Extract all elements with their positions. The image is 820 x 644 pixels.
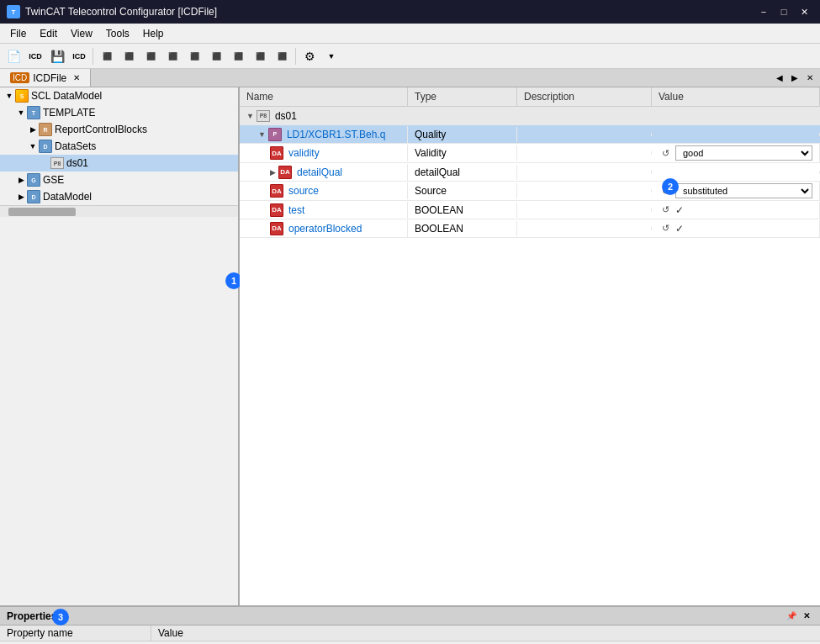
toolbar-new[interactable]: 📄 [3, 46, 24, 66]
expand-ld1[interactable]: ▼ [258, 130, 266, 139]
cell-ld1-name[interactable]: ▼ P LD1/XCBR1.ST.Beh.q [240, 126, 408, 143]
source-icon: DA [270, 184, 283, 198]
report-icon: R [39, 123, 52, 136]
test-icon: DA [270, 203, 283, 217]
toolbar-btn11[interactable]: ⬛ [228, 46, 248, 66]
tree-scroll-thumb[interactable] [8, 208, 76, 216]
grid-row-validity[interactable]: DA validity Validity ↺ good invalid rese… [240, 144, 820, 163]
grid-row-source[interactable]: DA source Source ↺ substituted process [240, 182, 820, 201]
toolbar-btn5[interactable]: ⬛ [97, 46, 117, 66]
tab-nav-right[interactable]: ▶ [788, 71, 801, 85]
tree-expand-datamodel[interactable]: ▶ [15, 191, 27, 203]
tab-nav-close[interactable]: ✕ [803, 71, 817, 85]
menu-edit[interactable]: Edit [33, 26, 64, 41]
cell-validity-name[interactable]: DA validity [240, 145, 408, 161]
minimize-button[interactable]: − [754, 4, 773, 19]
menu-help[interactable]: Help [136, 26, 171, 41]
toolbar-btn13[interactable]: ⬛ [272, 46, 292, 66]
cell-ds01-name[interactable]: ▼ P8 ds01 [240, 108, 408, 124]
opblocked-reset-icon[interactable]: ↺ [659, 222, 672, 235]
tab-icd-label: ICDFile [33, 72, 66, 84]
maximize-button[interactable]: □ [775, 4, 793, 19]
tree-node-scl[interactable]: ▼ S SCL DataModel [0, 87, 238, 104]
toolbar-btn6[interactable]: ⬛ [119, 46, 139, 66]
toolbar-btn9[interactable]: ⬛ [184, 46, 204, 66]
grid-row-operatorblocked[interactable]: DA operatorBlocked BOOLEAN ↺ ✓ [240, 219, 820, 238]
tree-expand-report[interactable]: ▶ [27, 124, 39, 135]
tree-expand-datasets[interactable]: ▼ [27, 140, 39, 152]
tree-expand-scl[interactable]: ▼ [3, 90, 15, 102]
cell-opblocked-desc [517, 227, 652, 230]
cell-ds01-desc [517, 114, 652, 118]
cell-opblocked-name[interactable]: DA operatorBlocked [240, 220, 408, 237]
circle-2: 2 [662, 178, 679, 195]
grid-row-test[interactable]: DA test BOOLEAN ↺ ✓ [240, 201, 820, 219]
circle-1: 1 [225, 272, 240, 289]
tab-bar: ICD ICDFile ✕ ◀ ▶ ✕ [0, 69, 820, 87]
grid-row-ds01[interactable]: ▼ P8 ds01 [240, 107, 820, 125]
cell-opblocked-value[interactable]: ↺ ✓ [652, 220, 820, 237]
toolbar-btn8[interactable]: ⬛ [162, 46, 183, 66]
tree-label-datasets: DataSets [55, 140, 96, 152]
tree-expand-gse[interactable]: ▶ [15, 174, 27, 186]
cell-detailqual-type: detailQual [408, 165, 517, 180]
toolbar-sep-1 [93, 48, 93, 65]
tree-expand-template[interactable]: ▼ [15, 107, 27, 119]
toolbar-icd[interactable]: ICD [25, 46, 45, 66]
close-button[interactable]: ✕ [795, 4, 813, 19]
grid-row-ld1[interactable]: ▼ P LD1/XCBR1.ST.Beh.q Quality [240, 125, 820, 144]
tree-node-ds01[interactable]: P8 ds01 [0, 155, 238, 172]
toolbar-btn12[interactable]: ⬛ [250, 46, 270, 66]
toolbar-sep-2 [295, 48, 296, 65]
cell-detailqual-name[interactable]: ▶ DA detailQual [240, 164, 408, 181]
tab-icdfile[interactable]: ICD ICDFile ✕ [0, 69, 91, 87]
circle-3: 3 [52, 609, 69, 626]
properties-header: Properties 📌 ✕ [0, 607, 820, 626]
scl-icon: S [15, 89, 29, 103]
cell-test-value[interactable]: ↺ ✓ [652, 202, 820, 219]
tree-node-template[interactable]: ▼ T TEMPLATE [0, 104, 238, 121]
tab-close-icon[interactable]: ✕ [73, 73, 80, 82]
toolbar-dropdown[interactable]: ▼ [321, 46, 341, 66]
tree-expand-ds01[interactable] [39, 157, 50, 169]
toolbar-btn7[interactable]: ⬛ [140, 46, 161, 66]
cell-detailqual-value [652, 171, 820, 174]
tree-node-datamodel[interactable]: ▶ D DataModel [0, 188, 238, 205]
grid-row-detailqual[interactable]: ▶ DA detailQual detailQual [240, 163, 820, 182]
cell-source-name[interactable]: DA source [240, 182, 408, 199]
tree-scrollbar[interactable] [0, 205, 238, 217]
cell-source-label: source [288, 185, 319, 197]
validity-reset-icon[interactable]: ↺ [659, 146, 672, 160]
toolbar-save[interactable]: 💾 [47, 46, 67, 66]
tree-label-report: ReportControlBlocks [55, 124, 147, 135]
properties-title: Properties [7, 610, 56, 622]
tab-nav-left[interactable]: ◀ [773, 71, 786, 85]
props-header-buttons: 📌 ✕ [785, 610, 813, 623]
menu-tools[interactable]: Tools [99, 26, 136, 41]
tree-node-datasets[interactable]: ▼ D DataSets [0, 138, 238, 155]
props-pin-icon[interactable]: 📌 [785, 610, 798, 623]
app-title: TwinCAT Telecontrol Configurator [ICDFil… [25, 6, 217, 18]
expand-ds01[interactable]: ▼ [246, 112, 254, 120]
validity-dropdown[interactable]: good invalid reserved questionable [675, 145, 812, 161]
toolbar-save2[interactable]: ICD [69, 46, 89, 66]
toolbar-settings[interactable]: ⚙ [299, 46, 320, 66]
source-dropdown[interactable]: substituted process [675, 183, 812, 198]
toolbar: 📄 ICD 💾 ICD ⬛ ⬛ ⬛ ⬛ ⬛ ⬛ ⬛ ⬛ ⬛ ⚙ ▼ [0, 44, 820, 69]
cell-detailqual-desc [517, 171, 652, 174]
cell-opblocked-type: BOOLEAN [408, 221, 517, 236]
cell-test-name[interactable]: DA test [240, 202, 408, 219]
test-reset-icon[interactable]: ↺ [659, 203, 672, 217]
tree-node-gse[interactable]: ▶ G GSE [0, 172, 238, 188]
cell-validity-value[interactable]: ↺ good invalid reserved questionable [652, 144, 820, 162]
tree-node-reportblocks[interactable]: ▶ R ReportControlBlocks [0, 121, 238, 138]
ds01-icon: P8 [50, 156, 64, 170]
props-close-icon[interactable]: ✕ [800, 610, 813, 623]
menu-file[interactable]: File [3, 26, 33, 41]
title-bar-controls: − □ ✕ [754, 4, 813, 19]
menu-view[interactable]: View [64, 26, 99, 41]
gse-icon: G [27, 173, 40, 187]
tab-icd-icon: ICD [10, 72, 29, 83]
toolbar-btn10[interactable]: ⬛ [206, 46, 226, 66]
expand-detailqual[interactable]: ▶ [270, 168, 276, 177]
